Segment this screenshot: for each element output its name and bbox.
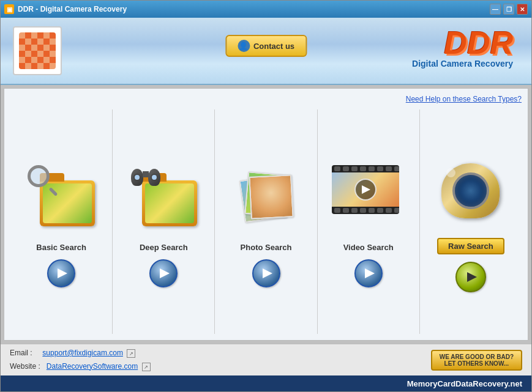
play-triangle-icon	[160, 268, 170, 278]
email-label: Email :	[10, 349, 32, 357]
contact-button[interactable]: 👤 Contact us	[225, 35, 307, 57]
rating-area: WE ARE GOOD OR BAD? LET OTHERS KNOW...	[431, 350, 522, 371]
video-search-label: Video Search	[343, 243, 394, 252]
video-search-icon-area	[329, 156, 408, 235]
lens-highlight	[446, 168, 455, 177]
app-window: ▣ DDR - Digital Camera Recovery — ❐ ✕ 👤 …	[0, 0, 532, 392]
raw-search-button[interactable]: Raw Search	[437, 238, 504, 254]
footer-bottom-bar: MemoryCardDataRecovery.net	[1, 375, 531, 391]
play-triangle-icon	[467, 272, 477, 282]
film-hole	[334, 166, 340, 171]
film-hole	[351, 208, 358, 213]
website-row: Website : DataRecoverySoftware.com ↗	[10, 360, 151, 374]
film-hole	[386, 208, 392, 213]
search-grid: Basic Search	[10, 109, 522, 334]
video-search-col: Video Search	[318, 109, 420, 334]
rating-button[interactable]: WE ARE GOOD OR BAD? LET OTHERS KNOW...	[431, 350, 522, 371]
raw-search-icon-area	[431, 151, 511, 231]
basic-search-label: Basic Search	[36, 243, 86, 252]
deep-search-icon-area	[124, 156, 203, 235]
film-hole	[334, 208, 340, 213]
deep-search-icon	[130, 165, 197, 226]
raw-search-col: Raw Search	[420, 109, 522, 334]
contact-icon: 👤	[238, 40, 250, 52]
video-play-circle	[354, 179, 377, 201]
app-icon: ▣	[4, 4, 14, 14]
film-hole	[394, 208, 399, 213]
play-triangle-icon	[263, 268, 272, 278]
external-link-icon[interactable]: ↗	[127, 349, 135, 358]
photo-search-play-button[interactable]	[252, 259, 280, 287]
film-hole	[343, 208, 349, 213]
website-link[interactable]: DataRecoverySoftware.com	[47, 362, 138, 371]
photo-search-label: Photo Search	[241, 243, 292, 252]
minimize-button[interactable]: —	[490, 4, 501, 15]
raw-search-icon	[437, 160, 504, 221]
brand-area: DDR Digital Camera Recovery	[412, 27, 513, 68]
rating-line2: LET OTHERS KNOW...	[440, 360, 514, 367]
checker-logo	[19, 32, 56, 69]
play-triangle-icon	[365, 268, 375, 278]
bottom-bar-text: MemoryCardDataRecovery.net	[407, 379, 522, 388]
website-label: Website :	[10, 362, 40, 371]
contact-label: Contact us	[253, 42, 294, 51]
film-hole	[369, 208, 375, 213]
film-hole	[351, 166, 358, 171]
film-hole	[360, 208, 366, 213]
photo-search-icon	[233, 162, 300, 229]
deep-search-play-button[interactable]	[149, 259, 178, 287]
film-hole	[360, 166, 366, 171]
video-search-icon	[332, 165, 405, 226]
film-hole	[394, 166, 399, 171]
play-triangle-icon	[58, 268, 67, 278]
film-hole	[343, 166, 349, 171]
email-link[interactable]: support@fixdigicam.com	[42, 349, 123, 357]
title-bar-left: ▣ DDR - Digital Camera Recovery	[4, 4, 127, 14]
footer: Email : support@fixdigicam.com ↗ Website…	[1, 344, 531, 375]
photo-search-icon-area	[227, 156, 306, 235]
film-hole	[377, 166, 383, 171]
footer-contact-info: Email : support@fixdigicam.com ↗ Website…	[10, 347, 151, 373]
window-controls: — ❐ ✕	[490, 4, 528, 15]
help-link[interactable]: Need Help on these Search Types?	[10, 95, 522, 103]
video-search-play-button[interactable]	[354, 259, 383, 287]
window-title: DDR - Digital Camera Recovery	[18, 5, 127, 13]
logo-box	[13, 26, 62, 75]
main-content: Need Help on these Search Types? B	[4, 88, 528, 341]
raw-search-play-button[interactable]	[455, 262, 486, 292]
external-link-icon[interactable]: ↗	[142, 363, 151, 371]
title-bar: ▣ DDR - Digital Camera Recovery — ❐ ✕	[1, 1, 531, 18]
basic-search-icon-area	[21, 156, 101, 235]
basic-search-play-button[interactable]	[47, 259, 75, 287]
film-hole	[377, 208, 383, 213]
film-hole	[386, 166, 392, 171]
brand-ddr: DDR	[412, 27, 513, 59]
header: 👤 Contact us DDR Digital Camera Recovery	[1, 18, 531, 85]
deep-search-label: Deep Search	[140, 243, 188, 252]
basic-search-col: Basic Search	[10, 109, 113, 334]
restore-button[interactable]: ❐	[503, 4, 514, 15]
deep-search-col: Deep Search	[113, 109, 215, 334]
basic-search-icon	[28, 165, 95, 226]
photo-search-col: Photo Search	[215, 109, 317, 334]
close-button[interactable]: ✕	[517, 4, 528, 15]
rating-line1: WE ARE GOOD OR BAD?	[440, 353, 514, 360]
play-triangle-icon	[362, 185, 370, 194]
film-hole	[369, 166, 375, 171]
brand-subtitle: Digital Camera Recovery	[412, 59, 513, 68]
email-row: Email : support@fixdigicam.com ↗	[10, 347, 151, 360]
